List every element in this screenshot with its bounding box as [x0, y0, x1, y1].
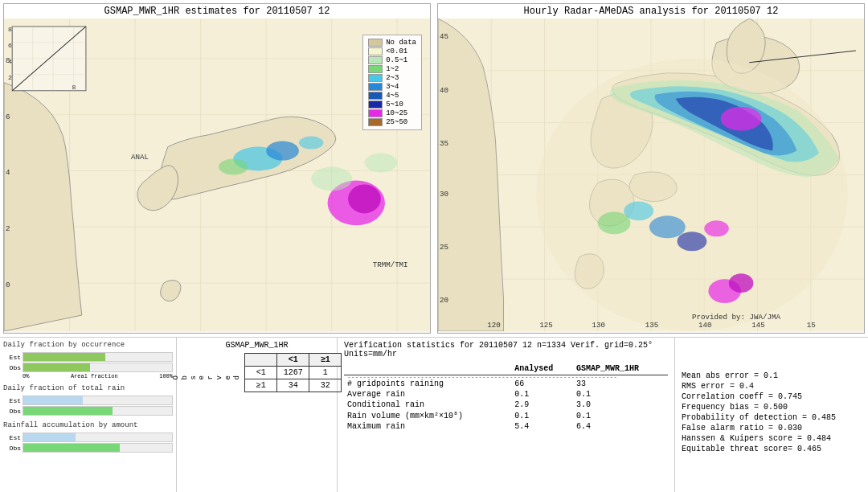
stat-rms-error: RMS error = 0.4 — [682, 382, 862, 391]
legend-color-lt001 — [368, 47, 383, 55]
svg-point-54 — [721, 107, 762, 131]
svg-text:125: 125 — [539, 321, 553, 330]
est-accum-row: Est — [3, 433, 173, 442]
legend-item-5to10: 5~10 — [368, 100, 416, 109]
est-occurrence-bar — [23, 352, 173, 362]
legend-color-nodata — [368, 39, 383, 47]
svg-text:30: 30 — [440, 191, 448, 199]
est-label-3: Est — [3, 434, 21, 441]
right-stats-section: Mean abs error = 0.1 RMS error = 0.4 Cor… — [675, 338, 868, 492]
rain-bar-chart: Est Obs — [3, 395, 173, 416]
legend-color-25to50 — [368, 118, 383, 126]
col-header-empty — [245, 354, 277, 367]
axis-100pct: 100% — [159, 373, 173, 379]
legend-item-05to1: 0.5~1 — [368, 56, 416, 64]
obs-bar-fill-2 — [23, 407, 113, 415]
row-header-lt1: <1 — [245, 367, 277, 379]
stats-val2-condrain: 3.0 — [573, 400, 668, 410]
est-occurrence-row: Est — [3, 352, 173, 362]
stats-label-rainvol: Rain volume (mm×km²×10⁸) — [344, 410, 511, 421]
legend-color-3to4 — [368, 83, 383, 91]
est-rain-bar — [23, 396, 173, 405]
legend-item-4to5: 4~5 — [368, 92, 416, 100]
svg-point-23 — [348, 184, 381, 213]
legend-color-05to1 — [368, 56, 383, 64]
svg-text:135: 135 — [645, 321, 659, 330]
svg-text:15: 15 — [807, 321, 816, 330]
svg-text:2: 2 — [8, 74, 12, 81]
left-map-content: 8 6 4 2 8 8 6 4 2 0 ANAL TRMM/TMI — [4, 18, 430, 331]
rain-chart-title: Daily fraction of total rain — [3, 384, 173, 392]
occurrence-chart-title: Daily fraction by occurrence — [3, 341, 173, 349]
legend-item-1to2: 1~2 — [368, 65, 416, 73]
col-header-lt1: <1 — [277, 354, 309, 367]
legend-color-2to3 — [368, 74, 383, 82]
stats-row-avgrain: Average rain 0.1 0.1 — [344, 389, 668, 400]
stat-correlation: Correlation coeff = 0.745 — [682, 392, 862, 401]
legend-label-4to5: 4~5 — [386, 92, 399, 100]
contingency-section: GSMAP_MWR_1HR Observed <1 ≥1 — [177, 338, 338, 492]
obs-accum-row: Obs — [3, 443, 173, 453]
stats-val1-rainvol: 0.1 — [511, 410, 573, 421]
stats-val2-maxrain: 6.4 — [573, 421, 668, 432]
obs-bar-fill-1 — [23, 363, 90, 371]
verification-section: Verification statistics for 20110507 12 … — [338, 338, 675, 492]
legend-label-5to10: 5~10 — [386, 100, 403, 109]
accum-bar-chart: Est Obs — [3, 432, 173, 453]
svg-point-58 — [624, 201, 653, 220]
svg-point-24 — [219, 159, 248, 175]
svg-point-60 — [678, 232, 707, 251]
right-map-svg: 45 40 35 30 25 20 120 125 130 135 140 14… — [438, 18, 864, 331]
legend-color-5to10 — [368, 100, 383, 109]
svg-point-25 — [299, 137, 324, 150]
svg-text:6: 6 — [8, 42, 12, 49]
svg-text:20: 20 — [440, 296, 448, 305]
legend-label-05to1: 0.5~1 — [386, 56, 407, 64]
stats-val1-maxrain: 5.4 — [511, 421, 573, 432]
obs-bar-fill-3 — [23, 444, 120, 452]
svg-text:130: 130 — [592, 321, 606, 330]
obs-occurrence-bar — [23, 363, 173, 372]
svg-text:8: 8 — [72, 84, 76, 91]
obs-label-2: Obs — [3, 408, 21, 415]
verification-title: Verification statistics for 20110507 12 … — [344, 341, 668, 359]
stat-false-alarm: False alarm ratio = 0.030 — [682, 424, 862, 433]
accum-chart-title: Rainfall accumulation by amount — [3, 421, 173, 429]
contingency-row-2: ≥1 34 32 — [245, 379, 342, 392]
stat-hanssen: Hanssen & Kuipers score = 0.484 — [682, 434, 862, 443]
legend-label-1to2: 1~2 — [386, 65, 399, 73]
svg-text:25: 25 — [440, 243, 448, 252]
svg-text:2: 2 — [6, 224, 10, 233]
svg-text:4: 4 — [6, 169, 10, 178]
svg-point-26 — [311, 167, 352, 191]
legend-label-lt001: <0.01 — [386, 47, 407, 55]
legend-label-nodata: No data — [386, 39, 416, 47]
stat-mean-abs-error: Mean abs error = 0.1 — [682, 371, 862, 380]
legend-item-10to25: 10~25 — [368, 109, 416, 117]
cell-21: 34 — [277, 379, 309, 392]
obs-label-1: Obs — [3, 364, 21, 371]
map-legend: No data <0.01 0.5~1 1~2 — [362, 35, 422, 130]
stat-freq-bias: Frequency bias = 0.500 — [682, 403, 862, 412]
legend-item-lt001: <0.01 — [368, 47, 416, 55]
main-container: GSMAP_MWR_1HR estimates for 20110507 12 — [0, 0, 868, 492]
est-label-1: Est — [3, 354, 21, 361]
stat-equitable: Equitable threat score= 0.465 — [682, 445, 862, 453]
obs-label-3: Obs — [3, 445, 21, 452]
stats-table: Analysed GSMAP_MWR_1HR -----------------… — [344, 363, 668, 432]
stats-val1-condrain: 2.9 — [511, 400, 573, 410]
right-map-content: 45 40 35 30 25 20 120 125 130 135 140 14… — [438, 18, 864, 331]
stats-row-condrain: Conditional rain 2.9 3.0 — [344, 400, 668, 410]
right-map-title: Hourly Radar-AMeDAS analysis for 2011050… — [438, 4, 864, 18]
maps-row: GSMAP_MWR_1HR estimates for 20110507 12 — [0, 0, 868, 338]
est-label-2: Est — [3, 397, 21, 404]
legend-label-25to50: 25~50 — [386, 118, 407, 126]
stats-label-maxrain: Maximum rain — [344, 421, 511, 432]
contingency-row-1: <1 1267 1 — [245, 367, 342, 379]
stats-row-rainvol: Rain volume (mm×km²×10⁸) 0.1 0.1 — [344, 410, 668, 421]
obs-occurrence-row: Obs — [3, 363, 173, 372]
obs-rain-bar — [23, 406, 173, 416]
bottom-row: Daily fraction by occurrence Est Obs 0% — [0, 338, 868, 492]
stats-row-maxrain: Maximum rain 5.4 6.4 — [344, 421, 668, 432]
cell-22: 32 — [309, 379, 342, 392]
